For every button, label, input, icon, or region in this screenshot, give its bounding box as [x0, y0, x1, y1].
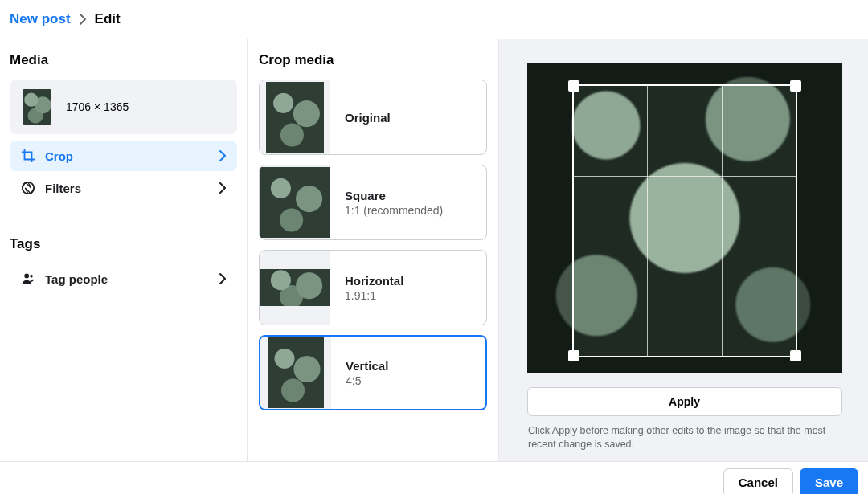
crop-media-panel: Crop media Original Square 1:1 (recommen…	[248, 39, 498, 461]
chevron-right-icon	[79, 14, 87, 25]
media-thumbnail	[23, 89, 51, 125]
crop-option-original[interactable]: Original	[259, 80, 487, 155]
crop-option-horizontal-label: Horizontal	[345, 274, 403, 288]
person-icon	[21, 271, 35, 286]
chevron-right-icon	[219, 273, 226, 284]
crop-option-square-sub: 1:1 (recommended)	[345, 204, 443, 217]
crop-thumb-original	[266, 82, 324, 153]
chevron-right-icon	[219, 150, 226, 161]
crop-thumb-square	[260, 167, 330, 238]
media-dimensions: 1706 × 1365	[66, 100, 129, 113]
apply-hint: Click Apply before making other edits to…	[528, 424, 833, 451]
crop-handle-top-right[interactable]	[790, 80, 801, 92]
breadcrumb-current: Edit	[95, 11, 121, 27]
save-button[interactable]: Save	[800, 468, 858, 494]
crop-option-vertical-label: Vertical	[346, 359, 388, 373]
crop-option-horizontal-sub: 1.91:1	[345, 289, 403, 302]
tags-section-title: Tags	[10, 236, 237, 252]
crop-box[interactable]	[572, 84, 797, 357]
sidebar-filters-option[interactable]: Filters	[10, 173, 237, 203]
crop-thumb-horizontal	[260, 269, 330, 306]
crop-handle-top-left[interactable]	[568, 80, 579, 92]
crop-handle-bottom-left[interactable]	[568, 350, 579, 361]
crop-option-vertical[interactable]: Vertical 4:5	[259, 335, 487, 410]
breadcrumb-link-new-post[interactable]: New post	[10, 11, 71, 27]
aperture-icon	[21, 181, 35, 195]
crop-option-vertical-sub: 4:5	[346, 374, 388, 387]
crop-option-square-label: Square	[345, 189, 443, 202]
preview-panel: Apply Click Apply before making other ed…	[498, 39, 868, 461]
left-sidebar: Media 1706 × 1365 Crop Filters Tags	[0, 39, 248, 461]
media-item[interactable]: 1706 × 1365	[10, 80, 237, 134]
sidebar-tag-people-option[interactable]: Tag people	[10, 263, 237, 294]
crop-option-original-label: Original	[345, 111, 391, 125]
crop-option-horizontal[interactable]: Horizontal 1.91:1	[259, 250, 487, 325]
apply-button[interactable]: Apply	[527, 387, 842, 416]
crop-thumb-vertical	[268, 337, 324, 408]
svg-point-1	[24, 274, 29, 279]
svg-point-2	[30, 275, 33, 278]
sidebar-crop-option[interactable]: Crop	[10, 141, 237, 171]
breadcrumb: New post Edit	[0, 0, 868, 39]
chevron-right-icon	[219, 182, 226, 194]
crop-option-label: Crop	[45, 149, 73, 163]
crop-media-title: Crop media	[259, 52, 487, 68]
crop-icon	[21, 149, 35, 163]
filters-option-label: Filters	[45, 182, 81, 195]
preview-stage	[527, 63, 842, 373]
crop-handle-bottom-right[interactable]	[790, 350, 801, 361]
tag-people-label: Tag people	[45, 272, 108, 286]
crop-option-square[interactable]: Square 1:1 (recommended)	[259, 165, 487, 240]
media-section-title: Media	[10, 52, 237, 68]
cancel-button[interactable]: Cancel	[723, 468, 793, 494]
footer: Cancel Save	[0, 461, 868, 494]
